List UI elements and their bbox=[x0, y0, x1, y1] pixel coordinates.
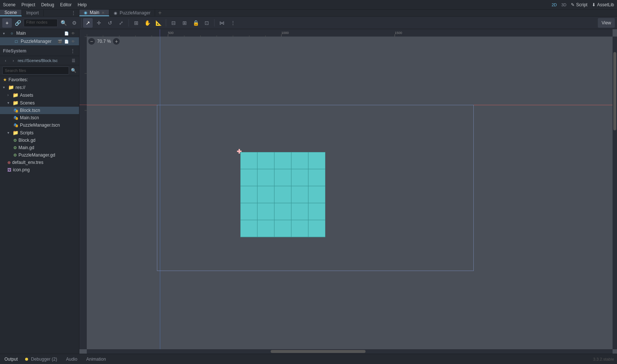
fs-main-gd[interactable]: ⚙ Main.gd bbox=[0, 144, 79, 151]
fs-assets-arrow: › bbox=[7, 93, 11, 97]
fs-png-icon: 🖼 bbox=[7, 168, 11, 172]
zoom-in-button[interactable]: + bbox=[113, 38, 120, 45]
script-icon: ✎ bbox=[571, 2, 575, 7]
fs-default-env[interactable]: ⊕ default_env.tres bbox=[0, 159, 79, 166]
fs-forward-button[interactable]: › bbox=[10, 57, 17, 64]
menu-project[interactable]: Project bbox=[21, 2, 35, 7]
svg-rect-28 bbox=[308, 152, 325, 169]
fs-puzzlemanager-tscn[interactable]: 🎭 PuzzleManager.tscn bbox=[0, 121, 79, 129]
add-tab-button[interactable]: + bbox=[155, 10, 164, 16]
fs-layout-button[interactable]: ☰ bbox=[70, 57, 77, 64]
version-label: 3.3.2.stable bbox=[593, 357, 614, 361]
tab-main[interactable]: ◉ Main ✕ bbox=[79, 10, 109, 16]
grid-toggle[interactable]: ⊟ bbox=[169, 18, 178, 28]
favorites-star-icon: ★ bbox=[3, 77, 7, 82]
filesystem-panel: FileSystem ⋮ ‹ › res://Scenes/Block.tsc … bbox=[0, 45, 79, 174]
viewport[interactable]: 500 1000 1500 bbox=[79, 29, 617, 354]
vertical-crosshair bbox=[160, 37, 160, 349]
tree-node-puzzlemanager[interactable]: □ PuzzleManager 🎬 📄 👁 bbox=[0, 37, 79, 45]
btn-assetlib[interactable]: ⬇ AssetLib bbox=[592, 2, 614, 7]
svg-rect-25 bbox=[257, 152, 274, 169]
filesystem-search-input[interactable] bbox=[2, 66, 69, 75]
filesystem-search-icon[interactable]: 🔍 bbox=[70, 67, 77, 74]
scale-tool[interactable]: ⤢ bbox=[116, 18, 126, 28]
fs-scripts-folder-icon: 📁 bbox=[13, 130, 18, 135]
rotate-tool[interactable]: ↺ bbox=[105, 18, 115, 28]
link-node-button[interactable]: 🔗 bbox=[13, 18, 23, 28]
view-button[interactable]: View bbox=[598, 18, 615, 28]
menu-scene[interactable]: Scene bbox=[3, 2, 16, 7]
fs-block-tscn[interactable]: 🎭 Block.tscn bbox=[0, 107, 79, 114]
pm-node-script-btn[interactable]: 📄 bbox=[64, 38, 69, 44]
assetlib-icon: ⬇ bbox=[592, 2, 596, 7]
bone-tool[interactable]: ⋈ bbox=[217, 18, 227, 28]
fs-res-root[interactable]: ▾ 📁 res:// bbox=[0, 83, 79, 91]
zoom-out-button[interactable]: − bbox=[88, 38, 95, 45]
svg-rect-26 bbox=[274, 152, 291, 169]
fs-scripts[interactable]: ▾ 📁 Scripts bbox=[0, 129, 79, 137]
add-node-button[interactable]: + bbox=[2, 18, 12, 28]
scrollbar-horizontal[interactable] bbox=[87, 349, 613, 354]
fs-icon-png[interactable]: 🖼 icon.png bbox=[0, 166, 79, 174]
node-options-button[interactable]: ⚙ bbox=[69, 18, 79, 28]
scrollbar-thumb-v[interactable] bbox=[613, 52, 616, 130]
fs-pm-script-icon: ⚙ bbox=[13, 153, 17, 158]
menu-editor[interactable]: Editor bbox=[60, 2, 72, 7]
btn-script[interactable]: ✎ Script bbox=[571, 2, 587, 7]
scene-options-icon[interactable]: ⋮ bbox=[70, 10, 77, 16]
menu-help[interactable]: Help bbox=[78, 2, 87, 7]
btn-2d[interactable]: 2D bbox=[552, 2, 557, 7]
tab-import[interactable]: Import bbox=[22, 10, 44, 16]
menu-debug[interactable]: Debug bbox=[41, 2, 54, 7]
fs-assets[interactable]: › 📁 Assets bbox=[0, 91, 79, 99]
fs-pm-gd[interactable]: ⚙ PuzzleManager.gd bbox=[0, 151, 79, 159]
svg-rect-37 bbox=[291, 186, 308, 203]
main-node-visible-btn[interactable]: 👁 bbox=[70, 30, 76, 36]
more-tools[interactable]: ⋮ bbox=[228, 18, 238, 28]
snap-toggle[interactable]: ⊞ bbox=[180, 18, 189, 28]
pm-node-film-btn[interactable]: 🎬 bbox=[57, 38, 63, 44]
tree-node-main[interactable]: ▾ ○ Main 📄 👁 bbox=[0, 29, 79, 37]
scrollbar-vertical[interactable] bbox=[613, 37, 617, 349]
debugger-indicator: Debugger (2) bbox=[25, 356, 59, 363]
select-tool[interactable]: ↗ bbox=[83, 18, 93, 28]
tab-debugger[interactable]: Debugger (2) bbox=[30, 356, 59, 363]
fs-back-button[interactable]: ‹ bbox=[2, 57, 9, 64]
snap-tool[interactable]: ⊞ bbox=[131, 18, 141, 28]
svg-rect-38 bbox=[308, 186, 325, 203]
fs-main-scene-icon: 🎭 bbox=[13, 116, 18, 120]
puzzlemanager-node-icon: □ bbox=[13, 38, 19, 44]
filesystem-options-icon[interactable]: ⋮ bbox=[69, 48, 76, 54]
tab-output[interactable]: Output bbox=[3, 356, 19, 363]
fs-block-gd[interactable]: ⚙ Block.gd bbox=[0, 137, 79, 144]
search-nodes-button[interactable]: 🔍 bbox=[59, 18, 68, 28]
svg-rect-24 bbox=[240, 152, 257, 169]
svg-rect-35 bbox=[257, 186, 274, 203]
close-main-tab[interactable]: ✕ bbox=[102, 11, 104, 15]
tab-scene[interactable]: Scene bbox=[0, 10, 22, 16]
viewport-canvas[interactable]: ✚ bbox=[87, 37, 613, 349]
svg-text:2D: 2D bbox=[552, 3, 557, 7]
fs-favorites[interactable]: ★ Favorites: bbox=[0, 76, 79, 83]
tab-puzzlemanager[interactable]: ◉ PuzzleManager bbox=[109, 10, 155, 16]
group-toggle[interactable]: ⊡ bbox=[202, 18, 212, 28]
fs-scenes[interactable]: ▾ 📁 Scenes bbox=[0, 99, 79, 107]
pm-node-visible-btn[interactable]: 👁 bbox=[70, 38, 76, 44]
puzzle-grid-container bbox=[240, 152, 325, 240]
fs-main-tscn[interactable]: 🎭 Main.tscn bbox=[0, 114, 79, 121]
lock-toggle[interactable]: 🔒 bbox=[191, 18, 200, 28]
tab-audio[interactable]: Audio bbox=[65, 356, 79, 363]
sep2 bbox=[166, 19, 166, 27]
btn-3d[interactable]: 3D bbox=[561, 2, 566, 7]
ruler-tool[interactable]: 📐 bbox=[154, 18, 163, 28]
main-node-script-btn[interactable]: 📄 bbox=[64, 30, 69, 36]
pan-tool[interactable]: ✋ bbox=[143, 18, 152, 28]
filter-nodes-input[interactable]: Filter nodes bbox=[24, 19, 58, 27]
tab-animation[interactable]: Animation bbox=[85, 356, 107, 363]
scrollbar-thumb-h[interactable] bbox=[271, 350, 365, 353]
fs-res-folder-icon: 📁 bbox=[8, 85, 14, 90]
svg-rect-39 bbox=[240, 203, 257, 220]
move-tool[interactable]: ✛ bbox=[94, 18, 104, 28]
svg-rect-32 bbox=[291, 169, 308, 186]
svg-rect-41 bbox=[274, 203, 291, 220]
